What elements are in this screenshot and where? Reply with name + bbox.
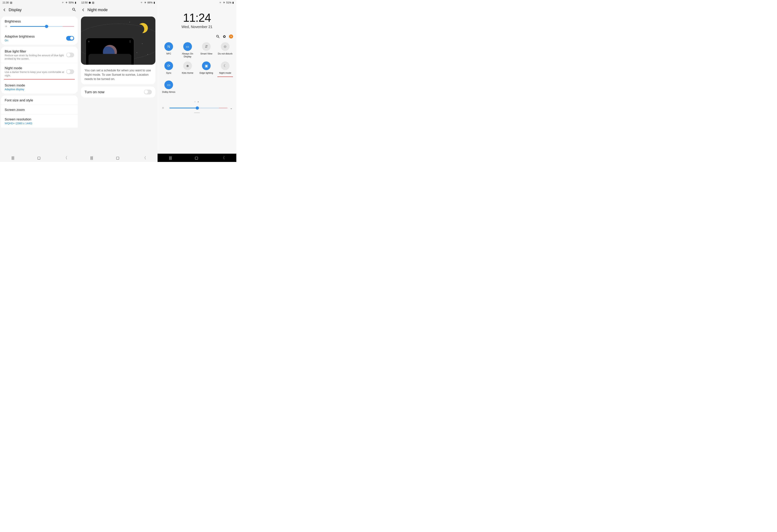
highlight-underline: [217, 77, 233, 77]
qs-tile-label: Dolby Atmos: [162, 91, 176, 96]
page-title: Display: [9, 8, 72, 12]
qs-tile-sync[interactable]: ⟳Sync: [159, 61, 178, 77]
expand-icon[interactable]: ⌄: [230, 106, 232, 110]
nav-bar: ||| ▢ 〈: [79, 154, 157, 162]
sun-icon: ☀: [5, 24, 8, 28]
qs-tile-icon: ☾: [221, 61, 229, 70]
adaptive-brightness-toggle[interactable]: [66, 36, 74, 41]
home-button[interactable]: ▢: [195, 156, 198, 160]
blue-light-toggle[interactable]: [66, 53, 74, 57]
clock: 11:24 Wed, November 21: [157, 11, 236, 29]
svg-point-0: [73, 8, 75, 10]
font-size-row[interactable]: Font size and style: [1, 96, 78, 105]
turn-on-now-row[interactable]: Turn on now: [81, 87, 155, 98]
qs-tile-icon: ⟳: [164, 61, 173, 70]
status-bar: 12:50 ⬤ ▧ ᯤ ✈ 66% ▮: [79, 0, 157, 5]
clock-date: Wed, November 21: [157, 25, 236, 29]
back-button[interactable]: [2, 8, 7, 12]
battery-icon: ▮: [153, 1, 155, 4]
airplane-icon: ✈: [66, 1, 68, 4]
airplane-icon: ✈: [223, 1, 225, 4]
back-nav-button[interactable]: 〈: [64, 155, 67, 160]
qs-tile-icon: ⊖: [221, 42, 229, 51]
recents-button[interactable]: |||: [169, 156, 172, 160]
screen-mode-row[interactable]: Screen mode Adaptive display: [5, 84, 74, 91]
qs-tile-icon: N: [164, 42, 173, 51]
turn-on-now-label: Turn on now: [85, 90, 104, 94]
header: Night mode: [79, 5, 157, 15]
qs-tile-label: NFC: [166, 52, 171, 58]
search-button[interactable]: [72, 8, 77, 12]
night-mode-toggle[interactable]: [66, 70, 74, 74]
moon-icon: [138, 23, 148, 33]
clock-time: 11:24: [157, 11, 236, 24]
qs-tile-smart-view[interactable]: ⇵Smart View: [197, 42, 216, 58]
battery-pct: 66%: [147, 1, 152, 4]
nav-bar: ||| ▢ 〈: [0, 154, 79, 162]
wifi-icon: ᯤ: [219, 1, 222, 4]
display-modes-card: Blue light filter Reduce eye strain by l…: [1, 46, 78, 94]
blue-light-filter-row[interactable]: Blue light filter Reduce eye strain by l…: [5, 49, 66, 60]
qs-tile-label: Smart View: [200, 52, 212, 58]
recents-button[interactable]: |||: [11, 156, 14, 160]
turn-on-now-toggle[interactable]: [144, 90, 152, 94]
qs-tile-label: Always On Display: [178, 52, 197, 58]
recents-button[interactable]: |||: [90, 156, 93, 160]
app-badge-icon: ⬤: [89, 1, 91, 4]
night-mode-illustration: ‹⋮: [81, 16, 155, 65]
notification-badge[interactable]: N⋮: [229, 34, 233, 38]
status-bar: 11:30 ▧ ᯤ ✈ 50% ▮: [0, 0, 79, 5]
back-nav-button[interactable]: 〈: [221, 155, 225, 160]
brightness-slider[interactable]: ☀ ⌄: [157, 103, 236, 110]
back-button[interactable]: [81, 8, 86, 12]
battery-pct: 51%: [226, 1, 231, 4]
qs-tile-icon: ▭: [183, 42, 192, 51]
highlight-underline: [4, 79, 75, 80]
qs-tile-label: Sync: [166, 72, 172, 77]
search-button[interactable]: [216, 35, 220, 38]
qs-tile-do-not-disturb[interactable]: ⊖Do not disturb: [216, 42, 235, 58]
qs-tile-label: Do not disturb: [218, 52, 232, 58]
sun-icon: ☀: [161, 106, 164, 110]
brightness-card: Brightness ☀ Adaptive brightness On: [1, 16, 78, 45]
status-bar: ᯤ ✈ 51% ▮: [157, 0, 236, 5]
airplane-icon: ✈: [144, 1, 146, 4]
brightness-label: Brightness: [5, 19, 21, 23]
adaptive-brightness-row[interactable]: Adaptive brightness On: [5, 34, 66, 42]
qs-tile-kids-home[interactable]: ☻Kids Home: [178, 61, 197, 77]
home-button[interactable]: ▢: [37, 156, 41, 160]
qs-tile-icon: ▭: [164, 81, 173, 89]
settings-button[interactable]: ✿: [223, 34, 226, 39]
back-nav-button[interactable]: 〈: [142, 155, 146, 160]
page-indicator: ○ ●: [157, 101, 236, 103]
qs-tile-night-mode[interactable]: ☾Night mode: [216, 61, 235, 77]
qs-tile-always-on-display[interactable]: ▭Always On Display: [178, 42, 197, 58]
page-title: Night mode: [87, 8, 155, 12]
picture-icon: ▧: [92, 1, 94, 4]
status-time: 11:30: [3, 1, 9, 4]
nav-bar: ||| ▢ 〈: [157, 154, 236, 162]
qs-tile-label: Kids Home: [182, 72, 193, 77]
qs-tile-edge-lighting[interactable]: ▣Edge lighting: [197, 61, 216, 77]
status-time: 12:50: [81, 1, 88, 4]
night-mode-row[interactable]: Night mode Use a darker theme to keep yo…: [5, 66, 66, 77]
phone-night-mode: 12:50 ⬤ ▧ ᯤ ✈ 66% ▮ Night mode ‹⋮ You ca…: [79, 0, 157, 162]
schedule-info-text: You can set a schedule for when you want…: [81, 63, 155, 84]
wifi-icon: ᯤ: [141, 1, 143, 4]
qs-tile-nfc[interactable]: NNFC: [159, 42, 178, 58]
battery-icon: ▮: [75, 1, 76, 4]
phone-display-settings: 11:30 ▧ ᯤ ✈ 50% ▮ Display Brightness ☀ A…: [0, 0, 79, 162]
home-button[interactable]: ▢: [116, 156, 119, 160]
brightness-slider[interactable]: ☀: [1, 24, 78, 32]
wifi-icon: ᯤ: [62, 1, 65, 4]
header: Display: [0, 5, 79, 15]
screen-resolution-row[interactable]: Screen resolution WQHD+ (2960 x 1440): [1, 115, 78, 127]
qs-tile-icon: ⇵: [202, 42, 211, 51]
qs-tile-icon: ▣: [202, 61, 211, 70]
panel-handle[interactable]: [194, 113, 200, 113]
svg-point-1: [217, 35, 219, 37]
qs-tile-dolby-atmos[interactable]: ▭Dolby Atmos: [159, 81, 178, 96]
font-card: Font size and style Screen zoom Screen r…: [1, 96, 78, 128]
screen-zoom-row[interactable]: Screen zoom: [1, 105, 78, 115]
qs-tile-icon: ☻: [183, 61, 192, 70]
